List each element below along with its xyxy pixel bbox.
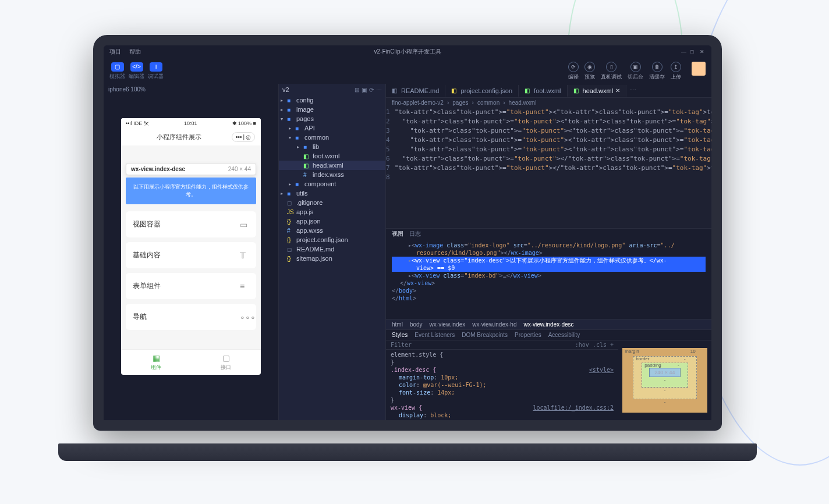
capsule-more-icon[interactable]: ••• bbox=[236, 134, 242, 140]
filetree-item[interactable]: ◻README.md bbox=[279, 244, 385, 254]
project-root[interactable]: v2 bbox=[282, 86, 289, 93]
more-icon[interactable]: ⋯ bbox=[376, 87, 382, 93]
breadcrumb-item[interactable]: html bbox=[392, 321, 403, 328]
json-icon: {} bbox=[287, 255, 294, 262]
status-time: 10:01 bbox=[184, 120, 197, 126]
breadcrumb-item[interactable]: wx-view.index-desc bbox=[523, 321, 573, 328]
preview-button[interactable]: ◉ 预览 bbox=[584, 62, 595, 81]
folder-icon: ■ bbox=[295, 125, 302, 132]
box-model[interactable]: margin 10 border - padding - 240 × 4 bbox=[618, 340, 711, 420]
style-source-link[interactable]: localfile:/_index.css:2 bbox=[533, 404, 614, 411]
breadcrumb[interactable]: fino-applet-demo-v2›pages›common›head.wx… bbox=[386, 98, 711, 108]
eye-icon: ◉ bbox=[584, 62, 595, 72]
wxml-icon: ◧ bbox=[303, 153, 310, 159]
md-icon: ◻ bbox=[287, 200, 294, 206]
new-file-icon[interactable]: ⊞ bbox=[355, 87, 359, 93]
status-signal: ••ıl IDE ⏧ bbox=[126, 120, 149, 126]
filetree-item[interactable]: ▾■common bbox=[279, 133, 385, 142]
filetree-item[interactable]: ▸■image bbox=[279, 105, 385, 114]
sim-card[interactable]: 视图容器▭ bbox=[126, 211, 256, 237]
close-icon[interactable]: ✕ bbox=[615, 87, 620, 94]
upload-button[interactable]: ↥ 上传 bbox=[671, 62, 681, 81]
tab-simulator[interactable]: ▢ 模拟器 bbox=[109, 62, 125, 80]
filetree-item[interactable]: #app.wxss bbox=[279, 226, 385, 235]
editor-tab[interactable]: ◧README.md bbox=[386, 85, 445, 97]
tabbar-api[interactable]: ▢ 接口 bbox=[191, 350, 261, 375]
editor-tab[interactable]: ◧head.wxml✕ bbox=[568, 85, 627, 97]
tabbar-components[interactable]: ▦ 组件 bbox=[121, 350, 191, 375]
styles-filter-actions[interactable]: :hov .cls + bbox=[575, 342, 614, 348]
close-button[interactable]: ✕ bbox=[700, 49, 706, 55]
breadcrumb-item[interactable]: body bbox=[410, 321, 423, 328]
editor-tab[interactable]: ◧foot.wxml bbox=[519, 85, 567, 97]
styles-panel[interactable]: Filter :hov .cls + element.style { } .in… bbox=[386, 340, 618, 420]
window-title: v2-FinClip小程序开发工具 bbox=[374, 48, 441, 56]
avatar[interactable] bbox=[692, 62, 706, 76]
code-editor[interactable]: "tok-attr">class"tok-punct">="tok-punct"… bbox=[395, 108, 722, 228]
simulator-panel: iphone6 100% ••ıl IDE ⏧ 10:01 ✱ 100% ■ 小… bbox=[104, 84, 278, 420]
sim-card[interactable]: 基础内容𝕋 bbox=[126, 242, 256, 268]
maximize-button[interactable]: □ bbox=[690, 49, 696, 55]
editor-tab[interactable]: ◧project.config.json bbox=[445, 85, 519, 97]
menu-project[interactable]: 项目 bbox=[109, 48, 121, 56]
compile-icon: ⟳ bbox=[568, 62, 579, 72]
elements-breadcrumb[interactable]: htmlbodywx-view.indexwx-view.index-hdwx-… bbox=[386, 319, 711, 330]
trash-icon: 🗑 bbox=[652, 62, 663, 72]
filetree-item[interactable]: JSapp.js bbox=[279, 207, 385, 216]
folder-icon: ■ bbox=[287, 107, 294, 113]
filetree-item[interactable]: ▸■utils bbox=[279, 189, 385, 198]
inspected-element[interactable]: 以下用展示小程序官方组件能力，组件样式仅供参考。 bbox=[126, 178, 256, 204]
style-source-link[interactable]: <style> bbox=[589, 366, 614, 374]
elements-tree[interactable]: ▸<wx-image class="index-logo" src="../re… bbox=[386, 239, 711, 319]
breadcrumb-item[interactable]: wx-view.index-hd bbox=[472, 321, 516, 328]
wxml-icon: ◧ bbox=[303, 162, 310, 169]
breadcrumb-item[interactable]: wx-view.index bbox=[430, 321, 466, 328]
editor-tabs-more[interactable]: ⋯ bbox=[626, 87, 640, 94]
styles-subtab[interactable]: Styles bbox=[392, 332, 408, 338]
js-icon: JS bbox=[287, 209, 294, 215]
simulator-device[interactable]: ••ıl IDE ⏧ 10:01 ✱ 100% ■ 小程序组件展示 ••• | … bbox=[121, 118, 261, 375]
styles-filter-input[interactable]: Filter bbox=[391, 342, 412, 348]
devtools-tab-log[interactable]: 日志 bbox=[409, 230, 421, 238]
clear-cache-button[interactable]: 🗑 清缓存 bbox=[649, 62, 665, 81]
styles-subtab[interactable]: Accessibility bbox=[548, 332, 580, 338]
filetree-item[interactable]: ◧foot.wxml bbox=[279, 151, 385, 161]
filetree-item[interactable]: {}project.config.json bbox=[279, 235, 385, 244]
new-folder-icon[interactable]: ▣ bbox=[362, 87, 367, 93]
filetree-item[interactable]: {}sitemap.json bbox=[279, 254, 385, 263]
ide-toolbar: ▢ 模拟器 </> 编辑器 ⫴ 调试器 ⟳ 编译 bbox=[104, 58, 711, 84]
filetree-item[interactable]: ▸■component bbox=[279, 179, 385, 189]
filetree-item[interactable]: ▸■config bbox=[279, 95, 385, 105]
filetree-item[interactable]: ▸■API bbox=[279, 123, 385, 133]
capsule-close-icon[interactable]: ◎ bbox=[246, 134, 251, 140]
json-icon: ◧ bbox=[451, 87, 458, 94]
styles-subtab[interactable]: Event Listeners bbox=[414, 332, 455, 338]
styles-subtab[interactable]: DOM Breakpoints bbox=[462, 332, 508, 338]
tab-editor[interactable]: </> 编辑器 bbox=[129, 62, 144, 80]
card-icon: ▭ bbox=[240, 220, 249, 229]
devtools-tab-view[interactable]: 视图 bbox=[392, 230, 403, 238]
tab-debugger[interactable]: ⫴ 调试器 bbox=[148, 62, 164, 80]
wxml-icon: ◧ bbox=[525, 87, 532, 94]
filetree-item[interactable]: ▾■pages bbox=[279, 114, 385, 123]
card-icon: ∘∘∘ bbox=[240, 313, 249, 322]
laptop-frame: 项目 帮助 v2-FinClip小程序开发工具 — □ ✕ ▢ 模拟器 bbox=[93, 35, 722, 454]
refresh-icon[interactable]: ⟳ bbox=[369, 87, 374, 93]
md-icon: ◧ bbox=[392, 87, 399, 94]
compile-button[interactable]: ⟳ 编译 bbox=[568, 62, 579, 81]
simulator-device-label[interactable]: iphone6 100% bbox=[104, 84, 278, 95]
background-button[interactable]: ▣ 切后台 bbox=[628, 62, 643, 81]
minimize-button[interactable]: — bbox=[681, 49, 687, 55]
grid-icon: ▦ bbox=[125, 353, 187, 363]
folder-icon: ■ bbox=[287, 190, 294, 197]
filetree-item[interactable]: {}app.json bbox=[279, 216, 385, 226]
filetree-item[interactable]: ▸■lib bbox=[279, 142, 385, 151]
sim-card[interactable]: 导航∘∘∘ bbox=[126, 304, 256, 330]
sim-card[interactable]: 表单组件≡ bbox=[126, 273, 256, 299]
styles-subtab[interactable]: Properties bbox=[515, 332, 541, 338]
filetree-item[interactable]: ◧head.wxml bbox=[279, 161, 385, 170]
remote-debug-button[interactable]: ▯ 真机调试 bbox=[601, 62, 622, 81]
filetree-item[interactable]: #index.wxss bbox=[279, 170, 385, 179]
filetree-item[interactable]: ◻.gitignore bbox=[279, 198, 385, 207]
menu-help[interactable]: 帮助 bbox=[129, 48, 141, 56]
